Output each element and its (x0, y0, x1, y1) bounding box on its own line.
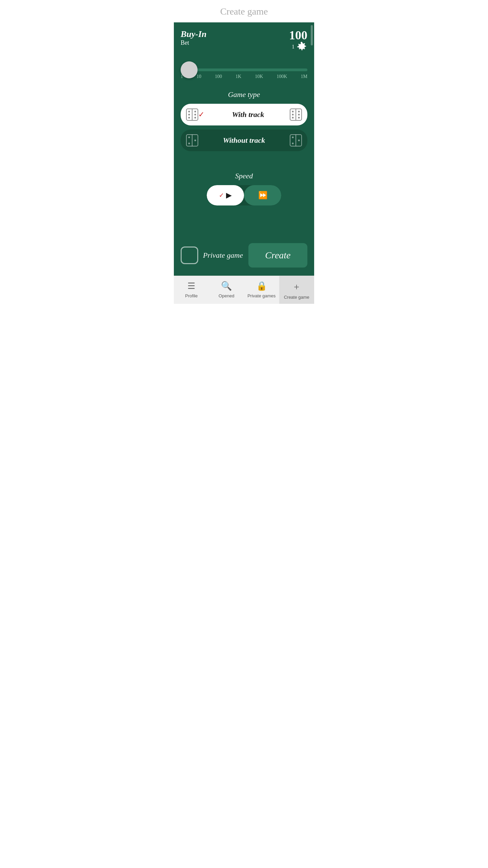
buy-in-bet-label: Bet (181, 39, 207, 46)
nav-item-private-games[interactable]: 🔒 Private games (244, 276, 279, 304)
without-track-label: Without track (198, 136, 290, 145)
domino-icon-left-without-track (186, 134, 198, 146)
speed-normal-check: ✓ (219, 192, 224, 199)
nav-item-profile[interactable]: ☰ Profile (174, 276, 209, 304)
private-game-wrap: Private game (181, 246, 243, 264)
svg-point-26 (298, 140, 300, 141)
nav-label-create-game: Create game (284, 295, 309, 300)
play-icon: ▶ (226, 191, 232, 200)
lock-icon: 🔒 (256, 281, 267, 291)
speed-fast[interactable]: ⏩ (244, 185, 281, 205)
plus-icon: ＋ (292, 281, 301, 293)
bottom-section: Private game Create (181, 230, 307, 268)
svg-point-24 (292, 137, 294, 138)
speed-title: Speed (181, 172, 307, 180)
create-button[interactable]: Create (248, 243, 307, 268)
svg-point-16 (298, 117, 300, 119)
svg-point-25 (292, 143, 294, 144)
svg-point-12 (292, 114, 294, 116)
bottom-nav: ☰ Profile 🔍 Opened 🔒 Private games ＋ Cre… (174, 276, 314, 304)
buy-in-title: Buy-In (181, 29, 207, 39)
slider-label-1m: 1M (301, 74, 307, 79)
slider-labels: 1 10 100 1K 10K 100K 1M (181, 74, 307, 79)
speed-normal[interactable]: ✓ ▶ (207, 185, 244, 205)
nav-label-private-games: Private games (247, 293, 276, 298)
svg-point-6 (195, 111, 196, 113)
main-content: Buy-In Bet 100 1 1 10 100 (174, 22, 314, 276)
svg-point-14 (298, 111, 300, 113)
buy-in-sub-number: 1 (292, 44, 294, 50)
nav-label-opened: Opened (219, 293, 234, 298)
svg-point-15 (298, 114, 300, 116)
nav-item-opened[interactable]: 🔍 Opened (209, 276, 244, 304)
page-title: Create game (220, 6, 268, 17)
game-type-without-track[interactable]: Without track (181, 130, 307, 151)
fast-forward-icon: ⏩ (258, 191, 267, 200)
svg-point-8 (195, 117, 196, 119)
svg-point-21 (195, 140, 196, 141)
buy-in-value: 100 (289, 29, 307, 41)
bet-slider-wrap: 1 10 100 1K 10K 100K 1M (181, 58, 307, 79)
nav-item-create-game[interactable]: ＋ Create game (279, 276, 314, 304)
domino-icon-right-without-track (290, 134, 302, 146)
svg-point-20 (188, 143, 190, 144)
svg-point-11 (292, 111, 294, 113)
slider-label-100k: 100K (277, 74, 287, 79)
game-type-with-track[interactable]: ✓ With track (181, 104, 307, 125)
with-track-label: With track (206, 110, 290, 119)
menu-icon: ☰ (187, 281, 195, 291)
slider-label-100: 100 (215, 74, 222, 79)
svg-point-3 (188, 111, 190, 113)
search-icon: 🔍 (221, 281, 232, 291)
private-game-checkbox[interactable] (181, 246, 198, 264)
gear-icon[interactable] (297, 41, 307, 52)
svg-point-4 (188, 114, 190, 116)
svg-point-5 (188, 117, 190, 119)
game-type-title: Game type (181, 90, 307, 99)
speed-toggle: ✓ ▶ ⏩ (207, 185, 281, 205)
svg-point-13 (292, 117, 294, 119)
svg-point-19 (188, 137, 190, 138)
slider-label-10: 10 (197, 74, 201, 79)
private-game-label: Private game (203, 251, 243, 260)
speed-section: Speed ✓ ▶ ⏩ (181, 162, 307, 205)
slider-thumb[interactable] (181, 61, 198, 78)
header: Create game (174, 0, 314, 22)
slider-label-1k: 1K (236, 74, 241, 79)
svg-point-7 (195, 114, 196, 116)
slider-track[interactable] (181, 68, 307, 71)
domino-icon-left-with-track (186, 108, 198, 121)
domino-icon-right-with-track (290, 108, 302, 121)
with-track-check: ✓ (198, 110, 204, 119)
buy-in-section: Buy-In Bet 100 1 (181, 29, 307, 52)
nav-label-profile: Profile (185, 293, 198, 298)
slider-label-10k: 10K (255, 74, 263, 79)
